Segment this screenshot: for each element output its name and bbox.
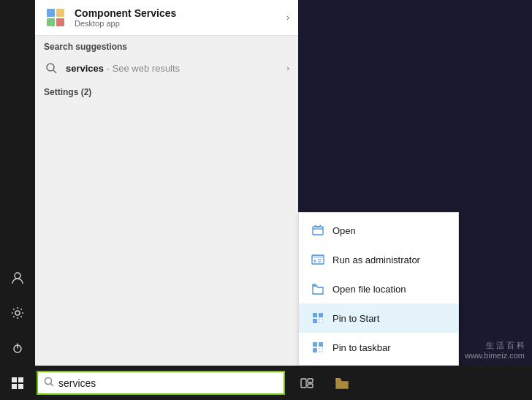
runas-icon [311, 252, 325, 267]
search-results-panel: Component Services Desktop app › Search … [35, 0, 298, 366]
watermark-line1: 生 活 百 科 [465, 340, 525, 351]
pin-taskbar-icon [311, 340, 325, 355]
svg-rect-33 [308, 384, 313, 388]
svg-point-0 [15, 273, 20, 279]
pin-start-icon [311, 311, 325, 325]
context-pin-start-label: Pin to Start [332, 313, 379, 324]
svg-rect-11 [312, 255, 324, 258]
search-suggestion-rest: - See web results [104, 63, 180, 74]
svg-rect-20 [319, 342, 323, 347]
taskbar: services [0, 366, 532, 400]
start-button[interactable] [0, 366, 35, 400]
svg-rect-9 [313, 227, 323, 235]
svg-rect-4 [56, 9, 64, 17]
svg-rect-21 [313, 348, 317, 352]
search-suggestion-arrow-icon: › [286, 64, 289, 72]
settings-section-header: Settings (2) [35, 81, 298, 100]
svg-line-8 [53, 70, 56, 73]
sidebar-person-icon[interactable] [0, 260, 35, 295]
svg-rect-26 [18, 377, 23, 382]
context-menu: Open Run as administrator Open file loca… [298, 212, 459, 366]
svg-point-12 [314, 260, 316, 263]
section-suggestions-header: Search suggestions [35, 36, 298, 55]
svg-point-7 [47, 64, 54, 71]
search-suggestion-text: services - See web results [66, 63, 286, 74]
context-open[interactable]: Open [299, 216, 458, 245]
sidebar-power-icon[interactable] [0, 331, 35, 366]
search-suggestion-bold: services [66, 63, 104, 74]
context-pin-taskbar-label: Pin to taskbar [332, 342, 391, 353]
top-result-arrow-icon: › [286, 12, 289, 23]
file-explorer-button[interactable] [326, 366, 358, 400]
top-result-subtitle: Desktop app [75, 19, 286, 28]
taskbar-icons [291, 366, 358, 400]
svg-point-29 [45, 378, 52, 385]
svg-rect-15 [313, 319, 317, 323]
svg-rect-19 [313, 342, 317, 347]
top-result-component-services[interactable]: Component Services Desktop app › [35, 0, 298, 36]
svg-rect-32 [308, 379, 313, 382]
context-open-location-label: Open file location [332, 284, 406, 295]
svg-line-30 [51, 384, 54, 387]
sidebar-settings-icon[interactable] [0, 295, 35, 331]
taskbar-search-box[interactable]: services [37, 371, 285, 395]
svg-rect-6 [56, 18, 64, 26]
svg-rect-25 [12, 377, 17, 382]
top-result-title: Component Services [75, 7, 286, 19]
svg-point-1 [15, 311, 20, 315]
sidebar [0, 0, 35, 366]
component-services-icon [44, 6, 67, 29]
svg-rect-5 [47, 18, 55, 26]
open-location-icon [311, 282, 325, 296]
context-runas-label: Run as administrator [332, 254, 420, 265]
svg-rect-28 [18, 384, 23, 389]
svg-rect-3 [47, 9, 55, 17]
search-suggestion-item[interactable]: services - See web results › [35, 55, 298, 81]
taskbar-search-icon [44, 377, 54, 389]
svg-rect-13 [313, 313, 317, 317]
search-suggestion-icon [44, 61, 58, 75]
task-view-button[interactable] [291, 366, 323, 400]
svg-rect-14 [319, 313, 323, 317]
svg-rect-31 [301, 379, 306, 388]
context-runas[interactable]: Run as administrator [299, 245, 458, 274]
context-pin-taskbar[interactable]: Pin to taskbar [299, 333, 458, 362]
open-icon [311, 223, 325, 238]
taskbar-search-text: services [58, 377, 96, 389]
context-open-location[interactable]: Open file location [299, 274, 458, 303]
watermark-line2: www.bimeiz.com [465, 351, 525, 360]
context-open-label: Open [332, 225, 356, 236]
svg-rect-27 [12, 384, 17, 389]
watermark: 生 活 百 科 www.bimeiz.com [465, 340, 525, 360]
top-result-info: Component Services Desktop app [75, 7, 286, 28]
context-pin-start[interactable]: Pin to Start [299, 303, 458, 333]
